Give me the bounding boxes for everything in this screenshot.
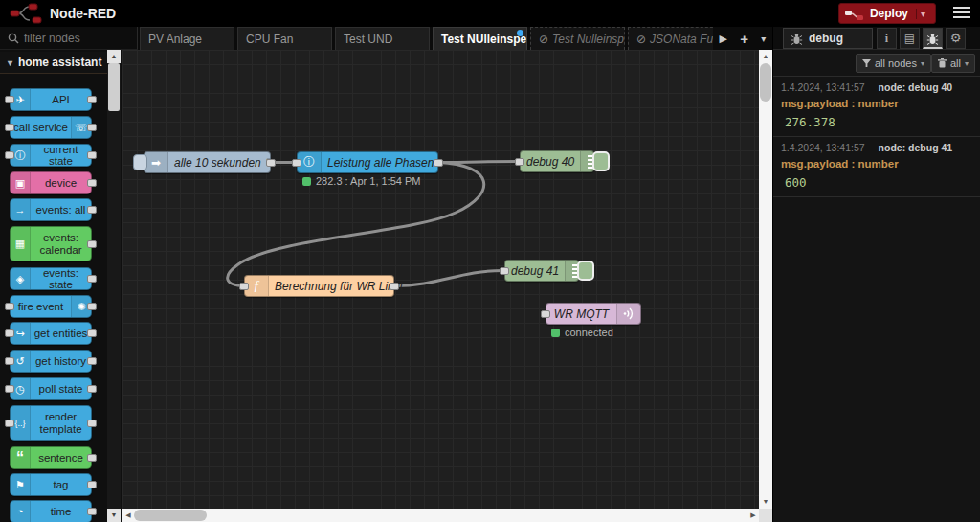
node-output-port[interactable] [87, 206, 97, 214]
scroll-left-icon[interactable]: ◀ [122, 511, 134, 519]
inject-button[interactable] [133, 154, 147, 170]
main-menu-button[interactable] [953, 7, 970, 21]
canvas-node-inject[interactable]: ➡ alle 10 sekunden ↻ [144, 151, 271, 173]
scroll-right-icon[interactable]: ▶ [747, 511, 759, 519]
node-output-port[interactable] [87, 508, 97, 515]
node-input-port[interactable] [5, 96, 14, 103]
palette-node-events-all[interactable]: → events: all [10, 198, 92, 221]
node-input-port[interactable] [239, 283, 249, 290]
message-value[interactable]: 600 [785, 175, 973, 190]
sidebar-tab-debug[interactable] [923, 28, 943, 49]
sidebar-tab-config[interactable]: ⚙ [946, 28, 966, 49]
palette-node-get-entities[interactable]: ↪ get entities [10, 322, 92, 345]
canvas-node-leistung-alle-phasen[interactable]: ⓘ Leistung alle Phasen [297, 151, 438, 173]
canvas-node-wr-mqtt[interactable]: WR MQTT [546, 303, 641, 325]
palette-node-get-history[interactable]: ↺ get history [10, 350, 92, 373]
palette-node-poll-state[interactable]: ◷ poll state [10, 377, 92, 400]
add-flow-button[interactable]: + [740, 31, 748, 47]
scrollbar-thumb[interactable] [134, 510, 207, 521]
palette-node-events-calendar[interactable]: ▦ events: calendar [10, 226, 92, 261]
flow-tab-cpu-fan[interactable]: CPU Fan [237, 27, 332, 50]
node-input-port[interactable] [541, 310, 550, 318]
flow-tab-jsonata-disabled[interactable]: ⊘ JSONata Fu [628, 27, 723, 50]
node-output-port[interactable] [434, 159, 443, 167]
node-input-port[interactable] [5, 357, 14, 365]
node-output-port[interactable] [87, 357, 97, 365]
debug-clear-button[interactable]: all ▾ [931, 54, 975, 73]
palette-node-fire-event[interactable]: ✺ fire event [10, 295, 92, 318]
palette-node-events-state[interactable]: ◈ events: state [10, 267, 92, 290]
palette-category-home-assistant[interactable]: ▾ home assistant [0, 52, 107, 74]
palette-node-tag[interactable]: ⚑ tag [10, 473, 92, 496]
node-output-port[interactable] [87, 481, 97, 488]
canvas-vertical-scrollbar[interactable]: ▲ ▼ [759, 50, 772, 509]
node-output-port[interactable] [87, 179, 97, 187]
scroll-up-icon[interactable]: ▲ [107, 50, 121, 63]
message-property[interactable]: msg.payload : number [781, 158, 973, 170]
flow-tab-test-und[interactable]: Test UND [335, 27, 430, 50]
canvas-horizontal-scrollbar[interactable]: ◀ ▶ [122, 509, 759, 522]
node-output-port[interactable] [87, 420, 97, 427]
palette-node-current-state[interactable]: ⓘ current state [10, 144, 92, 167]
sidebar-tab-info[interactable]: i [877, 28, 897, 49]
flow-list-caret-icon[interactable]: ▾ [761, 34, 766, 44]
palette-node-sentence[interactable]: “ sentence [10, 446, 92, 469]
scroll-up-icon[interactable]: ▲ [759, 50, 772, 63]
node-output-port[interactable] [390, 283, 399, 290]
palette-node-api[interactable]: ✈ API [10, 88, 92, 111]
canvas-node-debug-40[interactable]: debug 40 [520, 150, 594, 172]
sidebar-tab-help[interactable]: ▤ [900, 28, 920, 49]
node-input-port[interactable] [5, 420, 14, 427]
flow-tab-test-nulleinspeis-disabled[interactable]: ⊘ Test Nulleinspeis [530, 27, 625, 50]
debug-filter-button[interactable]: all nodes ▾ [856, 54, 931, 73]
node-output-port[interactable] [266, 159, 276, 167]
node-input-port[interactable] [500, 267, 509, 275]
message-property[interactable]: msg.payload : number [781, 98, 973, 109]
node-input-port[interactable] [5, 124, 14, 131]
node-input-port[interactable] [5, 329, 14, 337]
palette-node-device[interactable]: ▣ device [10, 171, 92, 194]
node-output-port[interactable] [87, 240, 97, 248]
node-output-port[interactable] [87, 454, 97, 462]
node-output-port[interactable] [87, 329, 97, 337]
scrollbar-thumb[interactable] [760, 63, 771, 102]
palette-node-call-service[interactable]: ☏ call service [10, 116, 92, 139]
bug-icon [926, 33, 939, 45]
wire[interactable] [394, 271, 503, 286]
node-input-port[interactable] [5, 151, 14, 159]
debug-toggle-button[interactable] [592, 151, 610, 171]
flow-tab-pv-anlage[interactable]: PV Anlage [140, 27, 234, 50]
palette-node-time[interactable]: ◔ time [10, 500, 92, 522]
deploy-options-caret[interactable]: ▾ [916, 9, 929, 19]
canvas-node-debug-41[interactable]: debug 41 [504, 260, 579, 282]
node-output-port[interactable] [87, 275, 97, 283]
node-output-port[interactable] [87, 124, 97, 131]
message-value[interactable]: 276.378 [785, 115, 973, 129]
canvas-node-berechnung-wr-limit[interactable]: ƒ Berechnung für WR Limit [244, 275, 394, 297]
palette-search-input[interactable]: filter nodes [0, 27, 138, 50]
sidebar-tab-debug-title[interactable]: debug [783, 28, 873, 49]
palette-node-render-template[interactable]: {..} render template [10, 405, 92, 441]
deploy-button[interactable]: Deploy ▾ [838, 3, 936, 24]
node-input-port[interactable] [515, 158, 524, 166]
tab-scroll-right-icon[interactable]: ▶ [720, 33, 727, 45]
debug-toggle-button[interactable] [577, 261, 594, 281]
flow-canvas[interactable]: ➡ alle 10 sekunden ↻ ⓘ Leistung alle Pha… [122, 50, 772, 522]
node-input-port[interactable] [292, 159, 301, 167]
header-bar: Node-RED Deploy ▾ [0, 0, 980, 27]
scroll-down-icon[interactable]: ▼ [759, 495, 772, 509]
node-output-port[interactable] [87, 151, 97, 159]
cube-icon: ▣ [11, 172, 31, 193]
node-output-port[interactable] [87, 303, 97, 310]
flow-tab-test-nulleinspeisung-active[interactable]: Test NUlleinspeisu [433, 27, 527, 50]
debug-message[interactable]: 1.4.2024, 13:41:57 node: debug 40 msg.pa… [773, 77, 980, 137]
node-output-port[interactable] [87, 385, 97, 393]
palette-scrollbar-thumb[interactable] [108, 63, 120, 111]
scroll-down-icon[interactable]: ▼ [107, 509, 121, 522]
node-input-port[interactable] [5, 303, 14, 310]
node-input-port[interactable] [5, 385, 14, 393]
calendar-icon: ▦ [11, 227, 31, 261]
node-output-port[interactable] [87, 96, 97, 103]
debug-message[interactable]: 1.4.2024, 13:41:57 node: debug 41 msg.pa… [773, 137, 980, 197]
palette-scrollbar[interactable]: ▲ ▼ [107, 50, 121, 522]
